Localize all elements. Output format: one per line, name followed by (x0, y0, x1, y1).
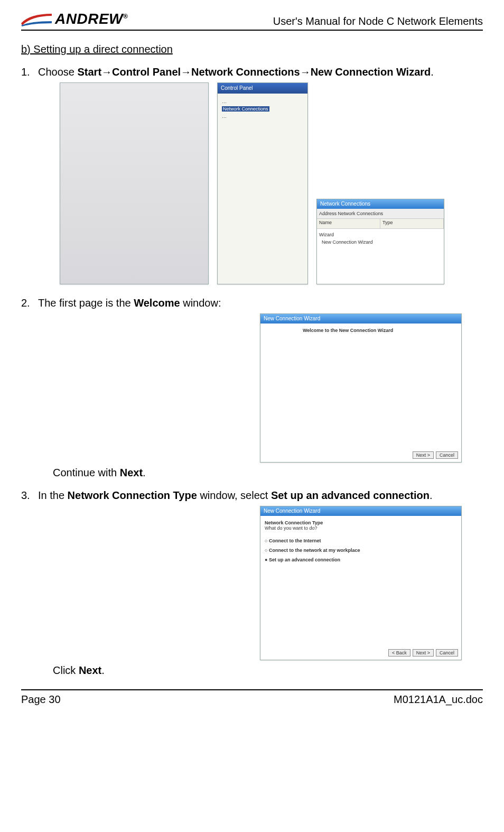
step-1: 1. Choose Start→Control Panel→Network Co… (21, 66, 483, 284)
page-number: Page 30 (21, 694, 61, 706)
next-button[interactable]: Next > (413, 649, 434, 657)
screenshot-control-panel: Control Panel … Network Connections … (217, 82, 308, 284)
logo-text: ANDREW® (55, 11, 128, 27)
window-titlebar: Control Panel (218, 83, 307, 94)
step-number: 1. (21, 66, 38, 78)
page-footer: Page 30 M0121A1A_uc.doc (21, 689, 483, 706)
step-text: Choose Start→Control Panel→Network Conne… (38, 66, 483, 78)
step-action: Continue with Next. (53, 467, 483, 479)
screenshot-network-connections: Network Connections Address Network Conn… (316, 199, 444, 284)
step-2: 2. The first page is the Welcome window:… (21, 297, 483, 479)
next-button[interactable]: Next > (413, 451, 434, 459)
document-title: User's Manual for Node C Network Element… (273, 15, 483, 27)
step-text: The first page is the Welcome window: (38, 297, 483, 309)
back-button[interactable]: < Back (388, 649, 410, 657)
step-action: Click Next. (53, 664, 483, 677)
step-3: 3. In the Network Connection Type window… (21, 489, 483, 677)
window-titlebar: Network Connections (317, 199, 444, 209)
step-text: In the Network Connection Type window, s… (38, 489, 483, 502)
section-heading: b) Setting up a direct connection (21, 43, 483, 56)
figure-start-controlpanel: Control Panel … Network Connections … Ne… (21, 82, 483, 284)
screenshot-wizard-welcome: New Connection Wizard Welcome to the New… (260, 313, 462, 463)
step-number: 2. (21, 297, 38, 309)
window-titlebar: New Connection Wizard (260, 314, 461, 323)
screenshot-start-menu (60, 82, 209, 284)
document-filename: M0121A1A_uc.doc (394, 694, 483, 706)
cancel-button[interactable]: Cancel (436, 451, 458, 459)
window-titlebar: New Connection Wizard (260, 506, 461, 516)
screenshot-wizard-type: New Connection Wizard Network Connection… (260, 506, 462, 660)
cancel-button[interactable]: Cancel (436, 649, 458, 657)
page-header: ANDREW® User's Manual for Node C Network… (21, 11, 483, 31)
logo-swoosh-icon (21, 12, 53, 27)
step-number: 3. (21, 489, 38, 502)
logo: ANDREW® (21, 11, 128, 27)
